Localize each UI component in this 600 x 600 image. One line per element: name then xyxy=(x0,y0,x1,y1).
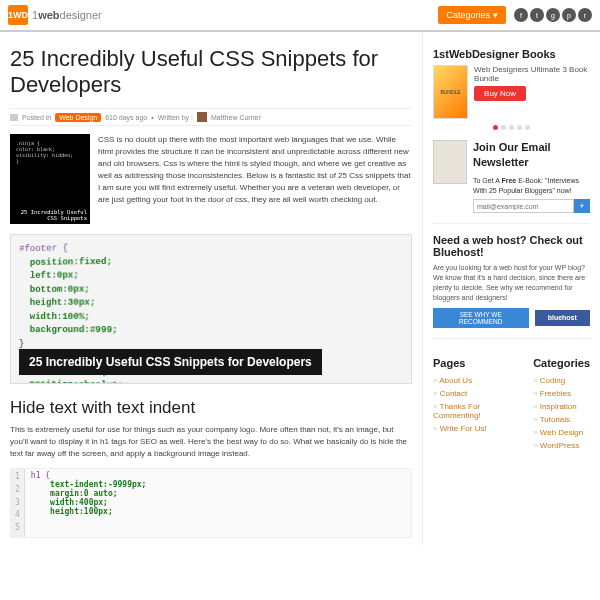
newsletter-heading: Join Our Email Newsletter xyxy=(473,140,590,171)
snippet-code: h1 { text-indent:-9999px; margin:0 auto;… xyxy=(25,469,153,537)
pages-list: About Us Contact Thanks For Commenting! … xyxy=(433,374,515,435)
folder-icon xyxy=(10,114,18,121)
ebook-cover xyxy=(433,140,467,184)
page-link[interactable]: Contact xyxy=(433,387,515,400)
dot-2[interactable] xyxy=(501,125,506,130)
line-gutter: 12345 xyxy=(11,469,25,537)
books-heading: 1stWebDesigner Books xyxy=(433,48,590,60)
google-icon[interactable]: g xyxy=(546,8,560,22)
article-meta: Posted in Web Design 610 days ago • Writ… xyxy=(10,108,412,126)
books-block: BUNDLE Web Designers Ultimate 3 Book Bun… xyxy=(433,65,590,119)
buy-now-button[interactable]: Buy Now xyxy=(474,86,526,101)
section-paragraph: This is extremely useful for use for thi… xyxy=(10,424,412,460)
site-logo[interactable]: 1WD 1webdesigner xyxy=(8,5,102,25)
email-input[interactable] xyxy=(473,199,574,213)
pinterest-icon[interactable]: p xyxy=(562,8,576,22)
dot-3[interactable] xyxy=(509,125,514,130)
social-icons: f t g p r xyxy=(514,8,592,22)
newsletter-form: + xyxy=(473,199,590,213)
category-link[interactable]: Freebies xyxy=(533,387,590,400)
twitter-icon[interactable]: t xyxy=(530,8,544,22)
pages-heading: Pages xyxy=(433,357,515,369)
host-block: Need a web host? Check out Bluehost! Are… xyxy=(433,234,590,338)
hero-caption: 25 Incredibly Useful CSS Snippets for De… xyxy=(19,349,322,375)
host-body: Are you looking for a web host for your … xyxy=(433,263,590,302)
sidebar: 1stWebDesigner Books BUNDLE Web Designer… xyxy=(422,32,600,546)
author-avatar xyxy=(197,112,207,122)
article-title: 25 Incredibly Useful CSS Snippets for De… xyxy=(10,46,412,98)
category-link[interactable]: Inspiration xyxy=(533,400,590,413)
top-bar: 1WD 1webdesigner Categories ▾ f t g p r xyxy=(0,0,600,32)
host-cta-button[interactable]: SEE WHY WE RECOMMEND xyxy=(433,308,529,328)
code-snippet: 12345 h1 { text-indent:-9999px; margin:0… xyxy=(10,468,412,538)
hero-image: #footer { position:fixed; left:0px; bott… xyxy=(10,234,412,384)
dot-5[interactable] xyxy=(525,125,530,130)
section-heading: Hide text with text indent xyxy=(10,398,412,418)
rss-icon[interactable]: r xyxy=(578,8,592,22)
post-age: 610 days ago xyxy=(105,114,147,121)
dot-1[interactable] xyxy=(493,125,498,130)
dot-4[interactable] xyxy=(517,125,522,130)
top-right: Categories ▾ f t g p r xyxy=(438,6,592,24)
ninja-thumbnail: .ninja { color: black; visibility: hidde… xyxy=(10,134,90,224)
book-title: Web Designers Ultimate 3 Book Bundle xyxy=(474,65,590,83)
posted-in-label: Posted in xyxy=(22,114,51,121)
author-link[interactable]: Matthew Corner xyxy=(211,114,261,121)
category-link[interactable]: Web Design xyxy=(533,426,590,439)
bluehost-logo[interactable]: bluehost xyxy=(535,310,591,326)
book-info: Web Designers Ultimate 3 Book Bundle Buy… xyxy=(474,65,590,119)
logo-mark: 1WD xyxy=(8,5,28,25)
category-link[interactable]: Tutorials xyxy=(533,413,590,426)
host-heading: Need a web host? Check out Bluehost! xyxy=(433,234,590,258)
main-content: 25 Incredibly Useful CSS Snippets for De… xyxy=(0,32,422,546)
categories-list: Coding Freebies Inspiration Tutorials We… xyxy=(533,374,590,452)
thumbnail-caption: 25 Incredibly Useful CSS Snippets xyxy=(12,208,88,222)
newsletter-body: To Get A Free E-Book: "Interviews With 2… xyxy=(473,176,590,196)
category-link[interactable]: Web Design xyxy=(55,113,101,122)
category-link[interactable]: WordPress xyxy=(533,439,590,452)
category-link[interactable]: Coding xyxy=(533,374,590,387)
written-by-label: Written by : xyxy=(158,114,193,121)
page-link[interactable]: About Us xyxy=(433,374,515,387)
page-link[interactable]: Write For Us! xyxy=(433,422,515,435)
intro-paragraph: CSS is no doubt up there with the most i… xyxy=(98,134,412,224)
categories-heading: Categories xyxy=(533,357,590,369)
carousel-dots xyxy=(433,125,590,130)
intro-block: .ninja { color: black; visibility: hidde… xyxy=(10,134,412,224)
book-cover[interactable]: BUNDLE xyxy=(433,65,468,119)
newsletter-block: Join Our Email Newsletter To Get A Free … xyxy=(433,140,590,224)
categories-button[interactable]: Categories ▾ xyxy=(438,6,506,24)
page-link[interactable]: Thanks For Commenting! xyxy=(433,400,515,422)
facebook-icon[interactable]: f xyxy=(514,8,528,22)
subscribe-button[interactable]: + xyxy=(574,199,590,213)
page: 25 Incredibly Useful CSS Snippets for De… xyxy=(0,32,600,546)
chevron-down-icon: ▾ xyxy=(493,10,498,20)
logo-text: 1webdesigner xyxy=(32,9,102,21)
sidebar-lists: Pages About Us Contact Thanks For Commen… xyxy=(433,349,590,452)
categories-label: Categories xyxy=(446,10,490,20)
